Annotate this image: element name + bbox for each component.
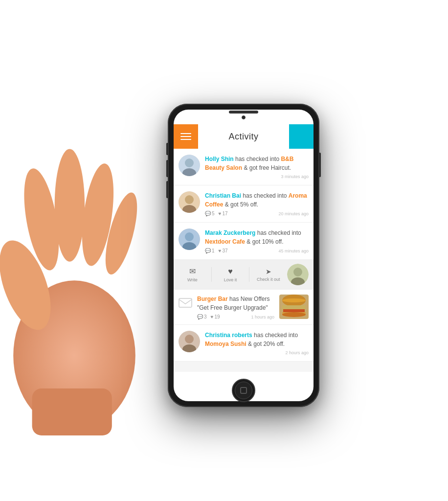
feed-item-2[interactable]: Christian Bai has checked into Aroma Cof…	[174, 185, 314, 223]
svg-point-21	[282, 298, 306, 302]
place-christina: Momoya Sushi	[205, 341, 246, 347]
timestamp-3: 45 minutes ago	[278, 249, 309, 253]
menu-button[interactable]	[174, 124, 198, 149]
header-title-area: Activity	[198, 132, 289, 142]
reward-christian: & got 5% off.	[225, 201, 259, 208]
avatar-christian	[179, 191, 200, 213]
like-stat-3: ♥ 37	[219, 248, 228, 253]
checkitout-icon: ➤	[266, 268, 271, 275]
reward-christina: & got 20% off.	[248, 341, 285, 347]
offer-like-icon: ♥	[211, 314, 214, 319]
svg-point-25	[282, 312, 306, 317]
username-marak: Marak Zuckerberg	[205, 229, 255, 236]
feed-text-1: Holly Shin has checked into B&B Beauty S…	[205, 155, 309, 172]
action-text-5: has checked into	[254, 332, 298, 339]
avatar-christina	[179, 331, 200, 352]
svg-point-17	[293, 268, 302, 276]
timestamp-5: 2 hours ago	[285, 350, 309, 355]
feed-stats-3: 💬 1 ♥ 37	[205, 248, 228, 253]
offer-burger-image	[279, 295, 309, 319]
username-holly: Holly Shin	[205, 156, 234, 162]
feed-meta-3: 💬 1 ♥ 37 45 minutes ago	[205, 248, 309, 253]
comment-icon-2: 💬	[205, 211, 211, 216]
action-text-1: has checked into	[235, 156, 281, 162]
avatar-holly	[179, 155, 200, 176]
feed-text-5: Christina roberts has checked into Momoy…	[205, 331, 309, 348]
svg-point-14	[185, 232, 194, 241]
feed-content-5: Christina roberts has checked into Momoy…	[205, 331, 309, 355]
feed-item-1[interactable]: Holly Shin has checked into B&B Beauty S…	[174, 149, 314, 185]
svg-point-8	[185, 159, 194, 167]
offer-action: has New Offers	[229, 296, 269, 302]
activity-feed: Holly Shin has checked into B&B Beauty S…	[174, 149, 314, 372]
write-label: Write	[187, 277, 198, 282]
feed-meta-5: 2 hours ago	[205, 350, 309, 355]
feed-meta-2: 💬 5 ♥ 17 20 minutes ago	[205, 211, 309, 216]
offer-timestamp: 1 hours ago	[251, 315, 274, 319]
reward-marak: & got 10% off.	[246, 238, 283, 245]
like-icon-3: ♥	[219, 248, 222, 253]
avatar-marak	[179, 228, 200, 250]
home-button-square	[240, 387, 247, 394]
comment-count-3: 1	[212, 248, 215, 253]
offer-place: Burger Bar	[197, 296, 228, 302]
expanded-avatar	[287, 264, 309, 285]
write-icon: ✉	[189, 267, 196, 276]
like-icon-2: ♥	[219, 211, 222, 216]
feed-item-3[interactable]: Marak Zuckerberg has checked into Nextdo…	[174, 223, 314, 260]
offer-reward: "Get Free Burger Upgrade"	[197, 304, 268, 311]
feed-text-2: Christian Bai has checked into Aroma Cof…	[205, 191, 309, 209]
header-action-button[interactable]	[289, 124, 314, 149]
like-stat-2: ♥ 17	[219, 211, 228, 216]
love-action[interactable]: ♥ Love it	[212, 265, 249, 284]
feed-item-5[interactable]: Christina roberts has checked into Momoy…	[174, 325, 314, 362]
hamburger-line-2	[180, 136, 191, 137]
username-christina: Christina roberts	[205, 332, 252, 339]
offer-like-count: 19	[215, 314, 220, 319]
checkitout-label: Check it out	[257, 277, 280, 282]
offer-meta: 💬 3 ♥ 19 1 hours ago	[197, 314, 274, 319]
timestamp-1: 3 minutes ago	[281, 174, 309, 179]
like-count-2: 17	[223, 211, 228, 216]
svg-point-27	[185, 335, 194, 343]
feed-text-3: Marak Zuckerberg has checked into Nextdo…	[205, 228, 309, 246]
action-row: ✉ Write ♥ Love it ➤ Check it out	[174, 260, 314, 290]
feed-content-1: Holly Shin has checked into B&B Beauty S…	[205, 155, 309, 179]
feed-content-3: Marak Zuckerberg has checked into Nextdo…	[205, 228, 309, 253]
svg-point-11	[185, 195, 194, 204]
hamburger-line-1	[180, 133, 191, 134]
home-button-inner	[235, 382, 252, 399]
app-title: Activity	[228, 132, 258, 142]
hamburger-line-3	[180, 139, 191, 140]
feed-content-2: Christian Bai has checked into Aroma Cof…	[205, 191, 309, 216]
svg-rect-19	[179, 298, 192, 307]
offer-comment-icon: 💬	[197, 314, 203, 319]
offer-like-stat: ♥ 19	[211, 314, 220, 319]
offer-stats: 💬 3 ♥ 19	[197, 314, 220, 319]
app-header: Activity	[174, 124, 314, 149]
comment-count-2: 5	[212, 211, 215, 216]
svg-rect-23	[283, 309, 305, 312]
feed-item-4[interactable]: Burger Bar has New Offers "Get Free Burg…	[174, 290, 314, 325]
comment-icon-3: 💬	[205, 248, 211, 253]
love-icon: ♥	[228, 267, 233, 276]
feed-meta-1: 3 minutes ago	[205, 174, 309, 179]
like-count-3: 37	[223, 248, 228, 253]
home-button[interactable]	[232, 379, 255, 402]
offer-text: Burger Bar has New Offers "Get Free Burg…	[197, 295, 274, 312]
feed-stats-2: 💬 5 ♥ 17	[205, 211, 228, 216]
write-action[interactable]: ✉ Write	[174, 265, 211, 284]
reward-holly: & got free Haircut.	[244, 164, 291, 171]
comment-stat-2: 💬 5	[205, 211, 215, 216]
timestamp-2: 20 minutes ago	[278, 211, 309, 216]
offer-icon	[179, 296, 192, 309]
action-text-3: has checked into	[257, 229, 301, 236]
offer-comment-stat: 💬 3	[197, 314, 207, 319]
svg-rect-22	[282, 305, 306, 309]
comment-stat-3: 💬 1	[205, 248, 215, 253]
love-label: Love it	[224, 277, 237, 282]
action-text-2: has checked into	[243, 192, 288, 199]
username-christian: Christian Bai	[205, 192, 241, 199]
checkitout-action[interactable]: ➤ Check it out	[249, 266, 287, 284]
place-marak: Nextdoor Cafe	[205, 238, 245, 245]
